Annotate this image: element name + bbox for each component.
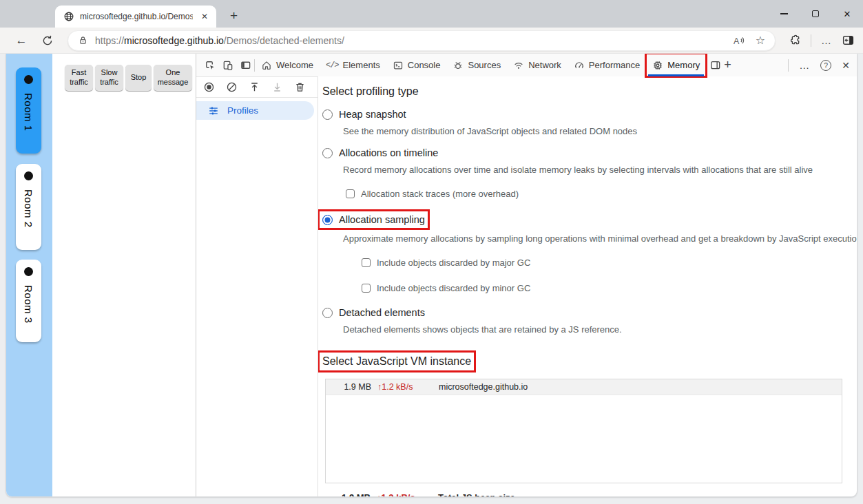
room-label: Room 1 — [23, 93, 34, 132]
option-allocation-sampling[interactable]: Allocation sampling — [322, 214, 425, 225]
tab-performance[interactable]: Performance — [568, 54, 646, 76]
window-controls: ✕ — [768, 0, 863, 28]
checkbox-icon[interactable] — [346, 189, 355, 198]
radio-icon[interactable] — [322, 148, 333, 158]
stop-button[interactable]: Stop — [125, 65, 152, 91]
content-area: Room 1 Room 2 Room 3 Fast traffic Slow t… — [6, 54, 857, 497]
toolbar-divider — [811, 34, 811, 47]
sidebar-toggle-icon[interactable] — [842, 34, 855, 47]
delete-icon[interactable] — [294, 81, 306, 93]
save-profile-icon[interactable] — [271, 81, 283, 93]
address-bar[interactable]: https://microsoftedge.github.io/Demos/de… — [67, 30, 776, 51]
speedometer-icon — [574, 60, 585, 71]
demo-page: Room 1 Room 2 Room 3 Fast traffic Slow t… — [6, 54, 196, 496]
heap-rate-value: ↑1.2 kB/s — [371, 382, 429, 392]
checkbox-major-gc[interactable]: Include objects discarded by major GC — [362, 258, 848, 268]
back-button[interactable]: ← — [11, 30, 32, 51]
browser-tab[interactable]: microsoftedge.github.io/Demos/d ✕ — [55, 6, 216, 28]
refresh-icon — [41, 34, 54, 47]
tab-sources[interactable]: Sources — [446, 54, 507, 76]
total-heap-row: 1.9 MB ↑1.2 kB/s Total JS heap size — [325, 492, 848, 496]
devtools-more-icon[interactable]: … — [799, 59, 810, 71]
browser-settings-more-icon[interactable]: … — [821, 34, 832, 46]
room-tab-3[interactable]: Room 3 — [16, 260, 41, 342]
vm-host: microsoftedge.github.io — [429, 382, 528, 392]
checkbox-minor-gc[interactable]: Include objects discarded by minor GC — [362, 283, 848, 293]
sidebar-item-profiles[interactable]: Profiles — [196, 101, 314, 120]
tab-console[interactable]: Console — [386, 54, 447, 76]
room-label: Room 2 — [23, 189, 34, 228]
maximize-button[interactable] — [800, 0, 831, 28]
profiles-label: Profiles — [227, 105, 258, 116]
favorite-star-icon[interactable]: ☆ — [756, 34, 765, 47]
device-emulation-icon[interactable] — [218, 56, 236, 74]
memory-toolbar — [196, 76, 318, 98]
radio-icon[interactable] — [322, 109, 333, 120]
devtools-help-icon[interactable]: ? — [820, 60, 831, 71]
extensions-icon[interactable] — [788, 34, 801, 47]
room-content: Fast traffic Slow traffic Stop One messa… — [52, 54, 198, 496]
option-heap-snapshot[interactable]: Heap snapshot — [322, 109, 406, 120]
record-icon[interactable] — [203, 81, 215, 93]
inspect-element-icon[interactable] — [200, 56, 218, 74]
checkbox-icon[interactable] — [362, 284, 371, 293]
checkbox-icon[interactable] — [362, 258, 371, 267]
room-tab-1[interactable]: Room 1 — [16, 67, 41, 154]
home-icon — [261, 60, 272, 71]
minimize-icon — [780, 13, 788, 14]
tab-welcome[interactable]: Welcome — [255, 54, 320, 76]
memory-chip-icon — [652, 60, 663, 71]
devtools-panel: Welcome </> Elements Console Sources — [196, 54, 857, 496]
room-tab-2[interactable]: Room 2 — [16, 164, 41, 250]
memory-main: Select profiling type Heap snapshot See … — [318, 76, 857, 496]
vm-instance-row[interactable]: 1.9 MB ↑1.2 kB/s microsoftedge.github.io — [326, 379, 842, 395]
read-aloud-icon[interactable]: A — [732, 34, 745, 47]
radio-selected-icon[interactable] — [322, 215, 333, 225]
vm-instance-table: 1.9 MB ↑1.2 kB/s microsoftedge.github.io — [325, 379, 842, 483]
globe-favicon-icon — [63, 11, 74, 22]
new-tab-button[interactable]: + — [226, 8, 242, 25]
tab-close-icon[interactable]: ✕ — [198, 11, 211, 22]
vm-instance-title: Select JavaScript VM instance — [322, 355, 471, 368]
add-panel-button[interactable]: + — [724, 58, 731, 72]
code-icon: </> — [326, 61, 339, 70]
wifi-icon — [513, 60, 524, 71]
tab-network[interactable]: Network — [507, 54, 568, 76]
radio-icon[interactable] — [322, 308, 333, 318]
fast-traffic-button[interactable]: Fast traffic — [65, 65, 93, 91]
checkbox-allocation-stack-traces[interactable]: Allocation stack traces (more overhead) — [346, 189, 848, 199]
minimize-button[interactable] — [768, 0, 800, 28]
window-body: Room 1 Room 2 Room 3 Fast traffic Slow t… — [0, 54, 863, 504]
option-description: Approximate memory allocations by sampli… — [343, 233, 848, 244]
room-label: Room 3 — [23, 285, 34, 324]
dock-side-icon[interactable] — [236, 56, 254, 74]
option-allocations-timeline[interactable]: Allocations on timeline — [322, 147, 438, 158]
option-detached-elements[interactable]: Detached elements — [322, 307, 425, 318]
window-close-button[interactable]: ✕ — [831, 0, 863, 28]
toolbar-right: … — [785, 34, 855, 47]
tab-elements[interactable]: </> Elements — [320, 54, 386, 76]
room-dot-icon — [24, 267, 33, 276]
tabbar-divider — [788, 59, 789, 72]
sliders-icon — [208, 105, 219, 116]
console-icon — [393, 60, 404, 71]
bug-icon — [453, 60, 464, 71]
browser-tabstrip: microsoftedge.github.io/Demos/d ✕ + ✕ — [0, 0, 863, 28]
option-description: Detached elements shows objects that are… — [343, 324, 848, 335]
svg-text:A: A — [734, 36, 740, 45]
total-heap-label: Total JS heap size — [428, 492, 515, 496]
room-dot-icon — [24, 171, 33, 180]
clear-icon[interactable] — [226, 81, 238, 93]
slow-traffic-button[interactable]: Slow traffic — [95, 65, 123, 91]
refresh-button[interactable] — [37, 30, 58, 51]
one-message-button[interactable]: One message — [154, 65, 192, 91]
activity-panel-icon[interactable] — [706, 56, 724, 74]
devtools-close-icon[interactable]: ✕ — [842, 60, 850, 71]
maximize-icon — [812, 10, 819, 17]
devtools-tabbar: Welcome </> Elements Console Sources — [196, 54, 857, 76]
total-heap-rate: ↑1.2 kB/s — [371, 492, 428, 496]
profiling-type-title: Select profiling type — [322, 85, 848, 98]
memory-sidebar: Profiles — [196, 76, 318, 496]
tab-memory[interactable]: Memory — [646, 54, 706, 76]
load-profile-icon[interactable] — [249, 81, 260, 93]
